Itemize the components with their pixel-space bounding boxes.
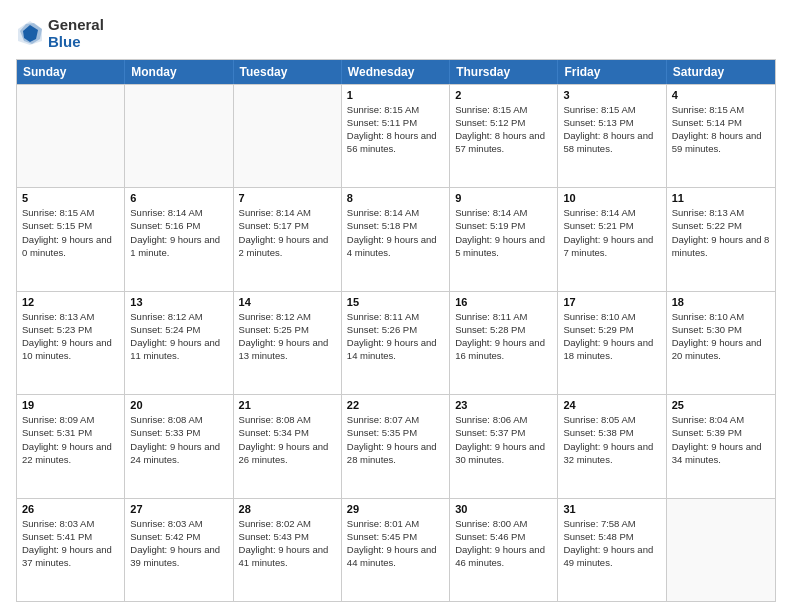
day-info: Sunrise: 8:13 AM Sunset: 5:22 PM Dayligh…	[672, 206, 770, 259]
calendar-week: 26Sunrise: 8:03 AM Sunset: 5:41 PM Dayli…	[17, 498, 775, 602]
day-info: Sunrise: 8:00 AM Sunset: 5:46 PM Dayligh…	[455, 517, 552, 570]
calendar-cell: 20Sunrise: 8:08 AM Sunset: 5:33 PM Dayli…	[125, 395, 233, 498]
calendar-cell: 9Sunrise: 8:14 AM Sunset: 5:19 PM Daylig…	[450, 188, 558, 291]
day-info: Sunrise: 8:11 AM Sunset: 5:26 PM Dayligh…	[347, 310, 444, 363]
calendar-week: 5Sunrise: 8:15 AM Sunset: 5:15 PM Daylig…	[17, 187, 775, 291]
calendar-cell: 4Sunrise: 8:15 AM Sunset: 5:14 PM Daylig…	[667, 85, 775, 188]
calendar-cell: 2Sunrise: 8:15 AM Sunset: 5:12 PM Daylig…	[450, 85, 558, 188]
calendar-cell: 25Sunrise: 8:04 AM Sunset: 5:39 PM Dayli…	[667, 395, 775, 498]
logo-general: General	[48, 16, 104, 33]
day-number: 12	[22, 296, 119, 308]
day-number: 30	[455, 503, 552, 515]
day-number: 1	[347, 89, 444, 101]
day-number: 14	[239, 296, 336, 308]
day-number: 4	[672, 89, 770, 101]
calendar-cell: 28Sunrise: 8:02 AM Sunset: 5:43 PM Dayli…	[234, 499, 342, 602]
logo-text: General Blue	[48, 16, 104, 51]
day-info: Sunrise: 8:15 AM Sunset: 5:11 PM Dayligh…	[347, 103, 444, 156]
calendar-header-cell: Monday	[125, 60, 233, 84]
calendar-cell: 11Sunrise: 8:13 AM Sunset: 5:22 PM Dayli…	[667, 188, 775, 291]
day-number: 2	[455, 89, 552, 101]
calendar-cell: 15Sunrise: 8:11 AM Sunset: 5:26 PM Dayli…	[342, 292, 450, 395]
day-number: 9	[455, 192, 552, 204]
day-number: 27	[130, 503, 227, 515]
day-number: 8	[347, 192, 444, 204]
day-info: Sunrise: 8:05 AM Sunset: 5:38 PM Dayligh…	[563, 413, 660, 466]
day-info: Sunrise: 8:10 AM Sunset: 5:30 PM Dayligh…	[672, 310, 770, 363]
day-number: 11	[672, 192, 770, 204]
day-info: Sunrise: 8:10 AM Sunset: 5:29 PM Dayligh…	[563, 310, 660, 363]
calendar-header-cell: Wednesday	[342, 60, 450, 84]
day-number: 22	[347, 399, 444, 411]
day-number: 16	[455, 296, 552, 308]
day-number: 28	[239, 503, 336, 515]
calendar-cell	[667, 499, 775, 602]
logo-blue: Blue	[48, 33, 81, 50]
day-info: Sunrise: 8:14 AM Sunset: 5:18 PM Dayligh…	[347, 206, 444, 259]
day-info: Sunrise: 8:14 AM Sunset: 5:16 PM Dayligh…	[130, 206, 227, 259]
calendar-header-cell: Friday	[558, 60, 666, 84]
day-info: Sunrise: 8:06 AM Sunset: 5:37 PM Dayligh…	[455, 413, 552, 466]
calendar-cell	[125, 85, 233, 188]
day-info: Sunrise: 8:12 AM Sunset: 5:24 PM Dayligh…	[130, 310, 227, 363]
calendar-cell: 19Sunrise: 8:09 AM Sunset: 5:31 PM Dayli…	[17, 395, 125, 498]
calendar-week: 12Sunrise: 8:13 AM Sunset: 5:23 PM Dayli…	[17, 291, 775, 395]
calendar: SundayMondayTuesdayWednesdayThursdayFrid…	[16, 59, 776, 603]
calendar-cell: 22Sunrise: 8:07 AM Sunset: 5:35 PM Dayli…	[342, 395, 450, 498]
day-info: Sunrise: 8:04 AM Sunset: 5:39 PM Dayligh…	[672, 413, 770, 466]
calendar-cell: 21Sunrise: 8:08 AM Sunset: 5:34 PM Dayli…	[234, 395, 342, 498]
calendar-cell	[17, 85, 125, 188]
calendar-cell: 6Sunrise: 8:14 AM Sunset: 5:16 PM Daylig…	[125, 188, 233, 291]
logo-icon	[16, 19, 44, 47]
calendar-cell	[234, 85, 342, 188]
day-number: 24	[563, 399, 660, 411]
calendar-header-cell: Sunday	[17, 60, 125, 84]
day-info: Sunrise: 8:02 AM Sunset: 5:43 PM Dayligh…	[239, 517, 336, 570]
calendar-cell: 14Sunrise: 8:12 AM Sunset: 5:25 PM Dayli…	[234, 292, 342, 395]
day-info: Sunrise: 8:08 AM Sunset: 5:34 PM Dayligh…	[239, 413, 336, 466]
day-number: 20	[130, 399, 227, 411]
day-number: 19	[22, 399, 119, 411]
calendar-cell: 30Sunrise: 8:00 AM Sunset: 5:46 PM Dayli…	[450, 499, 558, 602]
calendar-cell: 31Sunrise: 7:58 AM Sunset: 5:48 PM Dayli…	[558, 499, 666, 602]
day-info: Sunrise: 8:03 AM Sunset: 5:41 PM Dayligh…	[22, 517, 119, 570]
calendar-cell: 3Sunrise: 8:15 AM Sunset: 5:13 PM Daylig…	[558, 85, 666, 188]
day-info: Sunrise: 8:01 AM Sunset: 5:45 PM Dayligh…	[347, 517, 444, 570]
day-number: 29	[347, 503, 444, 515]
calendar-cell: 18Sunrise: 8:10 AM Sunset: 5:30 PM Dayli…	[667, 292, 775, 395]
day-info: Sunrise: 8:07 AM Sunset: 5:35 PM Dayligh…	[347, 413, 444, 466]
calendar-cell: 16Sunrise: 8:11 AM Sunset: 5:28 PM Dayli…	[450, 292, 558, 395]
day-number: 18	[672, 296, 770, 308]
calendar-header-cell: Saturday	[667, 60, 775, 84]
calendar-cell: 26Sunrise: 8:03 AM Sunset: 5:41 PM Dayli…	[17, 499, 125, 602]
header: General Blue	[16, 16, 776, 51]
day-info: Sunrise: 8:14 AM Sunset: 5:19 PM Dayligh…	[455, 206, 552, 259]
day-info: Sunrise: 8:15 AM Sunset: 5:13 PM Dayligh…	[563, 103, 660, 156]
calendar-week: 1Sunrise: 8:15 AM Sunset: 5:11 PM Daylig…	[17, 84, 775, 188]
calendar-body: 1Sunrise: 8:15 AM Sunset: 5:11 PM Daylig…	[17, 84, 775, 602]
day-info: Sunrise: 8:12 AM Sunset: 5:25 PM Dayligh…	[239, 310, 336, 363]
day-number: 23	[455, 399, 552, 411]
day-info: Sunrise: 8:15 AM Sunset: 5:12 PM Dayligh…	[455, 103, 552, 156]
day-number: 6	[130, 192, 227, 204]
calendar-cell: 29Sunrise: 8:01 AM Sunset: 5:45 PM Dayli…	[342, 499, 450, 602]
day-info: Sunrise: 8:15 AM Sunset: 5:15 PM Dayligh…	[22, 206, 119, 259]
calendar-week: 19Sunrise: 8:09 AM Sunset: 5:31 PM Dayli…	[17, 394, 775, 498]
calendar-cell: 10Sunrise: 8:14 AM Sunset: 5:21 PM Dayli…	[558, 188, 666, 291]
day-info: Sunrise: 8:09 AM Sunset: 5:31 PM Dayligh…	[22, 413, 119, 466]
calendar-header-cell: Tuesday	[234, 60, 342, 84]
calendar-cell: 13Sunrise: 8:12 AM Sunset: 5:24 PM Dayli…	[125, 292, 233, 395]
day-info: Sunrise: 8:15 AM Sunset: 5:14 PM Dayligh…	[672, 103, 770, 156]
calendar-cell: 23Sunrise: 8:06 AM Sunset: 5:37 PM Dayli…	[450, 395, 558, 498]
calendar-header-cell: Thursday	[450, 60, 558, 84]
day-number: 26	[22, 503, 119, 515]
day-number: 25	[672, 399, 770, 411]
calendar-cell: 17Sunrise: 8:10 AM Sunset: 5:29 PM Dayli…	[558, 292, 666, 395]
day-number: 13	[130, 296, 227, 308]
logo: General Blue	[16, 16, 104, 51]
day-number: 17	[563, 296, 660, 308]
day-info: Sunrise: 8:11 AM Sunset: 5:28 PM Dayligh…	[455, 310, 552, 363]
calendar-cell: 5Sunrise: 8:15 AM Sunset: 5:15 PM Daylig…	[17, 188, 125, 291]
calendar-cell: 12Sunrise: 8:13 AM Sunset: 5:23 PM Dayli…	[17, 292, 125, 395]
calendar-cell: 7Sunrise: 8:14 AM Sunset: 5:17 PM Daylig…	[234, 188, 342, 291]
